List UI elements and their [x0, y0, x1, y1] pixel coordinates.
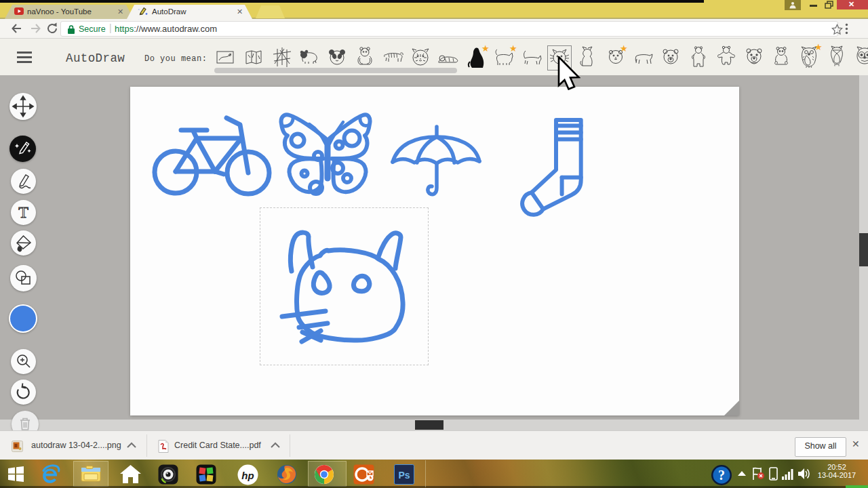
- svg-text:T: T: [18, 203, 28, 221]
- svg-text:hp: hp: [241, 470, 254, 481]
- svg-text:Ps: Ps: [398, 470, 410, 481]
- svg-text:?: ?: [718, 468, 725, 483]
